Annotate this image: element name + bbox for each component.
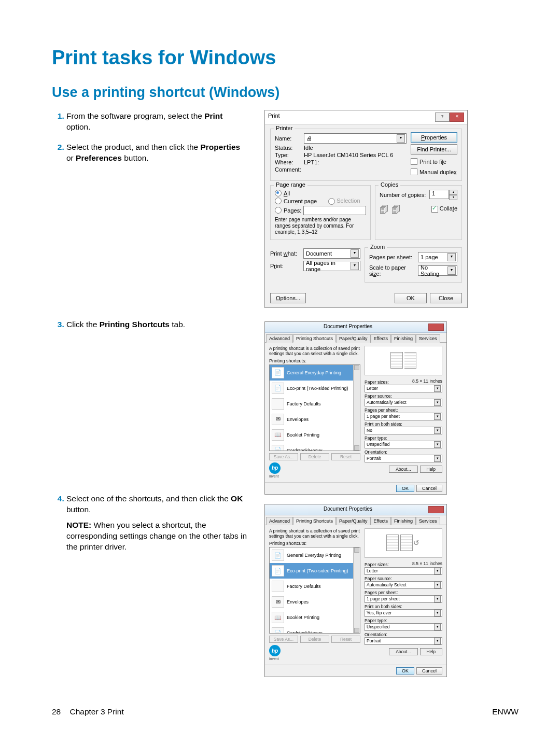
both-sides-combo[interactable]: Yes, flip over▾ [365,609,442,617]
tab-finishing[interactable]: Finishing [391,517,416,525]
paper-source-combo[interactable]: Automatically Select▾ [365,581,442,589]
tab-paper-quality[interactable]: Paper/Quality [336,517,371,525]
chevron-down-icon[interactable]: ▾ [434,399,441,406]
list-item[interactable]: ✉Envelopes [270,412,360,427]
delete-button[interactable]: Delete [300,636,329,643]
reset-button[interactable]: Reset [331,636,360,643]
list-item[interactable]: 📄Eco-print (Two-sided Printing) [270,381,360,396]
delete-button[interactable]: Delete [300,453,329,460]
collate-checkbox[interactable] [431,206,438,213]
hp-logo-icon: hp [269,645,281,656]
properties-button[interactable]: Properties [411,132,457,143]
chevron-down-icon[interactable]: ▾ [434,455,441,462]
paper-source-combo[interactable]: Automatically Select▾ [365,399,442,406]
paper-type-combo[interactable]: Unspecified▾ [365,623,442,631]
help-button[interactable]: Help [420,466,442,473]
chevron-down-icon[interactable]: ▾ [434,610,441,616]
chevron-down-icon[interactable]: ▾ [434,385,441,392]
print-combo[interactable]: All pages in range▾ [303,261,360,271]
options-button[interactable]: Options... [270,293,306,303]
close-icon[interactable] [428,324,444,331]
list-item[interactable]: Factory Defaults [270,396,360,412]
spin-up-icon[interactable]: ▴ [449,190,457,195]
tab-paper-quality[interactable]: Paper/Quality [336,334,371,343]
help-icon[interactable]: ? [435,113,450,122]
pps-combo[interactable]: 1 page▾ [418,252,457,262]
saveas-button[interactable]: Save As... [269,453,298,460]
chevron-down-icon[interactable]: ▾ [447,266,456,275]
num-copies-input[interactable]: 1 [429,190,449,199]
chevron-down-icon[interactable]: ▾ [434,568,441,574]
pages-input[interactable] [303,206,366,215]
saveas-button[interactable]: Save As... [269,636,298,643]
scale-combo[interactable]: No Scaling▾ [418,265,457,276]
paper-type-combo[interactable]: Unspecified▾ [365,441,442,448]
chevron-down-icon[interactable]: ▾ [434,413,441,420]
pps-combo[interactable]: 1 page per sheet▾ [365,413,442,420]
close-button[interactable]: Close [430,293,462,303]
tab-services[interactable]: Services [416,517,440,525]
chevron-down-icon[interactable]: ▾ [397,134,405,143]
tab-services[interactable]: Services [416,334,440,343]
print-what-combo[interactable]: Document▾ [303,248,360,259]
paper-sizes-combo[interactable]: Letter▾ [365,567,442,575]
tab-effects[interactable]: Effects [371,334,391,343]
tab-advanced[interactable]: Advanced [266,517,293,525]
orientation-combo[interactable]: Portrait▾ [365,455,442,462]
print-to-file-checkbox[interactable] [411,158,417,165]
tab-finishing[interactable]: Finishing [391,334,416,343]
cancel-button[interactable]: Cancel [416,485,442,492]
chevron-down-icon[interactable]: ▾ [434,596,441,602]
paper-sizes-dim: 8.5 × 11 inches [412,561,442,567]
find-printer-button[interactable]: Find Printer... [411,144,457,154]
ok-button[interactable]: OK [395,293,427,303]
paper-sizes-dim: 8.5 × 11 inches [412,378,442,384]
scrollbar[interactable] [353,365,360,451]
chevron-down-icon[interactable]: ▾ [434,638,441,644]
list-item[interactable]: ✉Envelopes [270,594,360,610]
scrollbar[interactable] [353,547,360,633]
printer-name-combo[interactable]: 🖨▾ [304,133,407,144]
cancel-button[interactable]: Cancel [416,667,442,674]
close-icon[interactable]: ✕ [450,113,464,122]
tab-advanced[interactable]: Advanced [266,334,293,343]
reset-button[interactable]: Reset [331,453,360,460]
chevron-down-icon[interactable]: ▾ [434,441,441,448]
tab-effects[interactable]: Effects [371,517,391,525]
chevron-down-icon[interactable]: ▾ [434,582,441,588]
close-icon[interactable] [428,506,444,513]
list-item[interactable]: 📄Cardstock/Heavy [270,625,360,634]
list-item[interactable]: 📄Cardstock/Heavy [270,443,360,451]
list-item[interactable]: 📄General Everyday Printing [270,365,360,381]
chevron-down-icon[interactable]: ▾ [434,427,441,434]
list-item[interactable]: 📖Booklet Printing [270,610,360,625]
about-button[interactable]: About... [389,466,417,473]
all-radio[interactable] [275,190,282,196]
printer-group: Printer [274,125,295,131]
chevron-down-icon[interactable]: ▾ [434,624,441,630]
orientation-combo[interactable]: Portrait▾ [365,637,442,645]
paper-sizes-combo[interactable]: Letter▾ [365,385,442,392]
tab-printing-shortcuts[interactable]: Printing Shortcuts [293,517,336,525]
ok-button[interactable]: OK [396,485,414,492]
pages-radio[interactable] [275,207,282,214]
tab-printing-shortcuts[interactable]: Printing Shortcuts [293,334,336,343]
chevron-down-icon[interactable]: ▾ [447,253,456,261]
current-radio[interactable] [275,198,282,204]
shortcuts-listbox[interactable]: 📄General Everyday Printing 📄Eco-print (T… [269,364,360,451]
chevron-down-icon[interactable]: ▾ [351,249,359,258]
about-button[interactable]: About... [389,648,417,655]
list-item[interactable]: 📄General Everyday Printing [270,547,360,563]
shortcuts-listbox[interactable]: 📄General Everyday Printing 📄Eco-print (T… [269,547,360,634]
chevron-down-icon[interactable]: ▾ [351,262,359,270]
help-button[interactable]: Help [420,648,442,655]
spin-down-icon[interactable]: ▾ [449,195,457,200]
manual-duplex-checkbox[interactable] [411,168,417,175]
list-item[interactable]: 📖Booklet Printing [270,427,360,443]
selection-radio[interactable] [328,198,335,205]
ok-button[interactable]: OK [396,667,414,674]
both-sides-combo[interactable]: No▾ [365,427,442,434]
pps-combo[interactable]: 1 page per sheet▾ [365,595,442,603]
list-item[interactable]: 📄Eco-print (Two-sided Printing) [270,563,360,579]
list-item[interactable]: Factory Defaults [270,579,360,594]
